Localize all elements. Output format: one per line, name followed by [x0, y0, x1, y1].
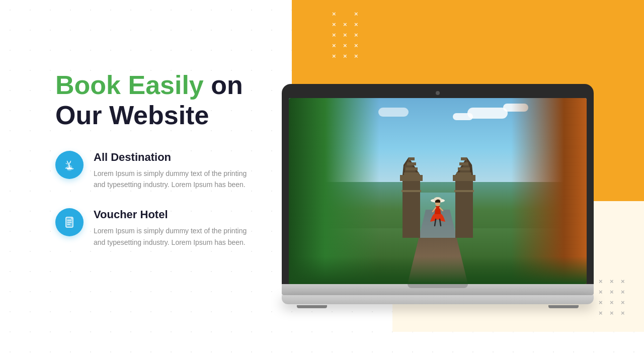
feature-destination: All Destination Lorem Ipsum is simply du… [55, 151, 257, 191]
svg-rect-24 [454, 190, 474, 192]
laptop-mockup [282, 84, 594, 308]
laptop-screen-bezel [282, 84, 594, 284]
laptop-hinge [408, 284, 468, 288]
headline-dark-part: Our Website [55, 101, 209, 130]
svg-rect-7 [400, 175, 423, 181]
cloud-1 [467, 108, 508, 119]
ground-overlay [289, 256, 587, 285]
voucher-text: Voucher Hotel Lorem Ipsum is simply dumm… [94, 208, 257, 248]
svg-rect-22 [461, 157, 467, 160]
laptop-frame [282, 84, 594, 308]
laptop-camera [436, 91, 440, 95]
svg-point-1 [67, 167, 72, 169]
cloud-3 [453, 113, 473, 120]
destination-title: All Destination [94, 151, 257, 164]
svg-rect-9 [453, 175, 475, 181]
voucher-icon-circle [55, 208, 84, 236]
svg-rect-21 [459, 162, 468, 165]
headline-green-part: Book Easily [55, 70, 204, 100]
document-icon [62, 215, 76, 229]
headline-on-part: on [204, 70, 243, 100]
voucher-description: Lorem Ipsum is simply dummy text of the … [94, 225, 257, 248]
svg-rect-16 [409, 157, 415, 160]
svg-rect-19 [456, 172, 471, 175]
svg-rect-15 [407, 162, 416, 165]
svg-rect-14 [406, 167, 418, 170]
person-figure [428, 197, 448, 232]
island-icon [62, 158, 76, 172]
voucher-title: Voucher Hotel [94, 208, 257, 221]
laptop-screen [289, 98, 587, 284]
left-content-section: Book Easily on Our Website All Destinati… [55, 70, 257, 266]
laptop-base [282, 284, 594, 295]
svg-rect-6 [403, 177, 420, 238]
laptop-bottom [282, 295, 594, 304]
feature-voucher: Voucher Hotel Lorem Ipsum is simply dumm… [55, 208, 257, 248]
right-visual-section [252, 0, 644, 362]
cloud-4 [378, 108, 409, 117]
travel-scene [289, 98, 587, 284]
destination-text: All Destination Lorem Ipsum is simply du… [94, 151, 257, 191]
svg-rect-20 [458, 167, 470, 170]
laptop-foot-left [297, 305, 327, 308]
destination-description: Lorem Ipsum is simply dummy text of the … [94, 168, 257, 191]
svg-rect-13 [404, 172, 419, 175]
laptop-feet [282, 305, 594, 308]
destination-icon-circle [55, 151, 84, 179]
svg-rect-23 [401, 190, 421, 192]
laptop-foot-right [548, 305, 579, 308]
svg-rect-8 [455, 177, 473, 238]
page-title: Book Easily on Our Website [55, 70, 257, 131]
